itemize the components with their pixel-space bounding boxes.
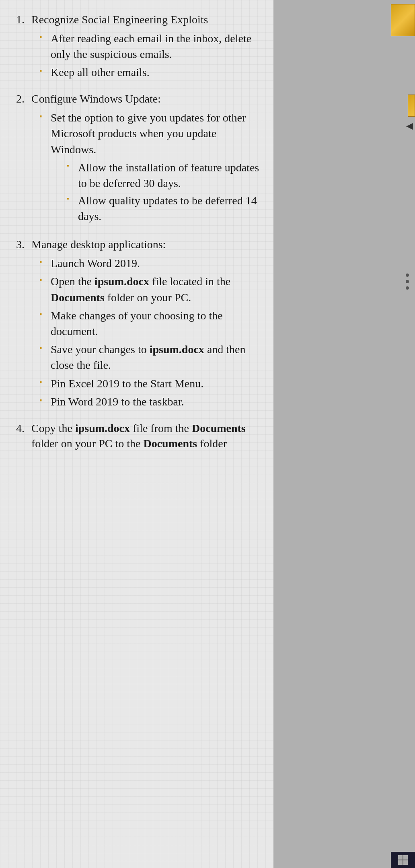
list-item-1-bullet-1: ▪ After reading each email in the inbox,… <box>31 31 261 62</box>
bullet-icon: ▪ <box>39 32 47 42</box>
documents-bold-2: Documents <box>192 422 246 434</box>
item-4-heading: Copy the ipsum.docx file from the Docume… <box>31 422 246 450</box>
list-item-2-sub-1: ▪ Allow the installation of feature upda… <box>51 160 261 191</box>
item-3-bullet-2-text: Open the ipsum.docx file located in the … <box>51 274 261 305</box>
scrollbar-dot-2 <box>406 280 409 283</box>
bullet-icon: ▪ <box>39 309 47 319</box>
bullet-icon: ▪ <box>39 111 47 121</box>
taskbar-icon-cell-4 <box>403 860 408 865</box>
list-item-1-bullet-2: ▪ Keep all other emails. <box>31 64 261 80</box>
item-2-sub-1-text: Allow the installation of feature update… <box>78 160 261 191</box>
taskbar-icon-cell-3 <box>398 860 403 865</box>
documents-bold-1: Documents <box>51 291 105 304</box>
list-number-1: 1. <box>16 12 31 27</box>
list-item-3-bullet-4: ▪ Save your changes to ipsum.docx and th… <box>31 341 261 373</box>
yellow-bar-top <box>391 4 415 36</box>
item-3-bullet-4-text: Save your changes to ipsum.docx and then… <box>51 341 261 373</box>
item-2-sub-2-text: Allow quality updates to be deferred 14 … <box>78 193 261 224</box>
arrow-left-icon: ◀ <box>406 121 413 131</box>
list-number-2: 2. <box>16 91 31 107</box>
main-content: 1. Recognize Social Engineering Exploits… <box>0 0 273 868</box>
item-3-bullet-6-text: Pin Word 2019 to the taskbar. <box>51 394 184 409</box>
list-item-2-sub-2: ▪ Allow quality updates to be deferred 1… <box>51 193 261 224</box>
item-3-bullet-5-text: Pin Excel 2019 to the Start Menu. <box>51 376 203 391</box>
ipsum-docx-bold-3: ipsum.docx <box>75 422 130 434</box>
item-1-heading: Recognize Social Engineering Exploits <box>31 13 208 26</box>
bullet-icon: ▪ <box>39 343 47 353</box>
list-item-3-bullet-6: ▪ Pin Word 2019 to the taskbar. <box>31 394 261 409</box>
list-item-4: 4. Copy the ipsum.docx file from the Doc… <box>16 421 261 451</box>
list-item-1: 1. Recognize Social Engineering Exploits… <box>16 12 261 82</box>
item-2-bullet-1-text: Set the option to give you updates for o… <box>51 111 246 155</box>
list-item-3-bullet-5: ▪ Pin Excel 2019 to the Start Menu. <box>31 376 261 391</box>
item-3-bullet-1-text: Launch Word 2019. <box>51 255 140 271</box>
list-item-3: 3. Manage desktop applications: ▪ Launch… <box>16 237 261 411</box>
sub-bullet-icon: ▪ <box>67 194 75 203</box>
list-number-3: 3. <box>16 237 31 252</box>
ipsum-docx-bold-2: ipsum.docx <box>150 343 204 356</box>
bullet-icon: ▪ <box>39 395 47 405</box>
scrollbar-dots <box>406 274 409 290</box>
list-item-3-bullet-3: ▪ Make changes of your choosing to the d… <box>31 308 261 339</box>
taskbar-icon-cell-2 <box>403 855 408 860</box>
item-2-heading: Configure Windows Update: <box>31 93 161 105</box>
yellow-bar-second <box>408 95 415 117</box>
scrollbar-dot-3 <box>406 286 409 290</box>
list-number-4: 4. <box>16 421 31 436</box>
bullet-icon: ▪ <box>39 377 47 387</box>
ipsum-docx-bold-1: ipsum.docx <box>95 275 149 288</box>
windows-icon <box>398 855 408 865</box>
item-1-bullet-1-text: After reading each email in the inbox, d… <box>51 31 261 62</box>
bullet-icon: ▪ <box>39 66 47 76</box>
documents-bold-3: Documents <box>143 437 197 450</box>
bullet-icon: ▪ <box>39 275 47 285</box>
list-item-2-bullet-1: ▪ Set the option to give you updates for… <box>31 110 261 226</box>
list-item-3-bullet-1: ▪ Launch Word 2019. <box>31 255 261 271</box>
taskbar <box>391 852 415 868</box>
scrollbar-dot-1 <box>406 274 409 277</box>
list-item-3-bullet-2: ▪ Open the ipsum.docx file located in th… <box>31 274 261 305</box>
list-item-2: 2. Configure Windows Update: ▪ Set the o… <box>16 91 261 228</box>
item-1-bullet-2-text: Keep all other emails. <box>51 64 150 80</box>
taskbar-icon-cell-1 <box>398 855 403 860</box>
item-3-heading: Manage desktop applications: <box>31 238 166 251</box>
item-3-bullet-3-text: Make changes of your choosing to the doc… <box>51 308 261 339</box>
right-panel: ◀ <box>273 0 415 868</box>
bullet-icon: ▪ <box>39 257 47 267</box>
sub-bullet-icon: ▪ <box>67 161 75 170</box>
